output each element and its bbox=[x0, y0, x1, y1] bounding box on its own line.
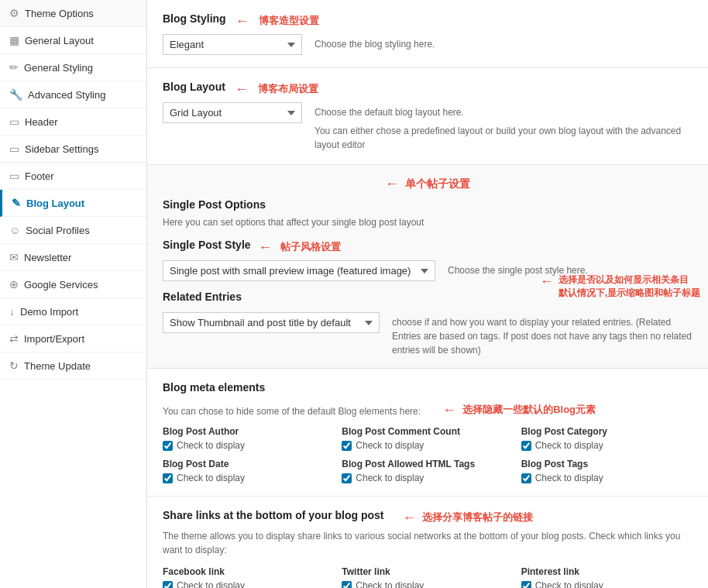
sidebar-item-google-services[interactable]: ⊕ Google Services bbox=[0, 271, 146, 298]
footer-icon: ▭ bbox=[9, 170, 19, 182]
related-entries-field: Related Entries Show Thumbnail and post … bbox=[163, 291, 693, 357]
share-title: Share links at the bottom of your blog p… bbox=[163, 509, 383, 521]
sidebar-item-general-styling[interactable]: ✏ General Styling bbox=[0, 54, 146, 81]
single-post-section-arrow: ← bbox=[385, 176, 399, 192]
meta-tags-checkbox[interactable] bbox=[521, 473, 531, 483]
share-pinterest-label: Pinterest link bbox=[521, 566, 693, 577]
share-desc: The theme allows you to display share li… bbox=[163, 529, 693, 557]
meta-tags-check-row: Check to display bbox=[521, 473, 693, 483]
google-icon: ⊕ bbox=[9, 278, 19, 291]
share-title-row: Share links at the bottom of your blog p… bbox=[163, 509, 693, 526]
related-entries-select[interactable]: Show Thumbnail and post title by default bbox=[163, 312, 380, 333]
sidebar-item-blog-layout[interactable]: ✎ Blog Layout bbox=[0, 190, 146, 217]
meta-tags-check-text: Check to display bbox=[535, 473, 603, 483]
blog-layout-field: Grid Layout Choose the default blog layo… bbox=[163, 102, 693, 152]
blog-meta-desc-row: You can chose to hide some of the defaul… bbox=[163, 401, 693, 418]
related-annotation-texts: 选择是否以及如何显示相关条目 默认情况下,显示缩略图和帖子标题 bbox=[558, 273, 700, 300]
blog-styling-select[interactable]: Elegant bbox=[163, 34, 302, 55]
header-icon: ▭ bbox=[9, 115, 19, 128]
meta-comment-check-text: Check to display bbox=[356, 440, 424, 451]
post-style-arrow: ← bbox=[259, 239, 273, 256]
meta-comment-count: Blog Post Comment Count Check to display bbox=[342, 426, 513, 451]
meta-comment-label: Blog Post Comment Count bbox=[342, 426, 513, 437]
demo-icon: ↓ bbox=[9, 305, 15, 318]
share-grid: Facebook link Check to display Twitter l… bbox=[163, 566, 693, 588]
blog-meta-grid: Blog Post Author Check to display Blog P… bbox=[163, 426, 693, 483]
sidebar-item-sidebar-settings[interactable]: ▭ Sidebar Settings bbox=[0, 136, 146, 163]
share-facebook-check-row: Check to display bbox=[163, 580, 334, 588]
share-twitter-label: Twitter link bbox=[342, 566, 513, 577]
meta-tags-label: Blog Post Tags bbox=[521, 459, 693, 469]
blog-layout-descs: Choose the default blog layout here. You… bbox=[314, 102, 693, 152]
share-pinterest-check-text: Check to display bbox=[535, 580, 603, 588]
share-twitter-check-row: Check to display bbox=[342, 580, 513, 588]
share-facebook-check-text: Check to display bbox=[177, 580, 245, 588]
sidebar-item-footer[interactable]: ▭ Footer bbox=[0, 163, 146, 190]
social-icon: ☺ bbox=[9, 224, 20, 236]
sidebar-item-theme-update[interactable]: ↻ Theme Update bbox=[0, 352, 146, 380]
blog-styling-label: Blog Styling bbox=[163, 12, 226, 25]
related-entries-desc: choose if and how you want to display yo… bbox=[392, 315, 693, 357]
blog-layout-annotation: 博客布局设置 bbox=[258, 82, 318, 96]
blog-meta-section: Blog meta elements You can chose to hide… bbox=[147, 369, 708, 497]
post-style-select[interactable]: Single post with small preview image (fe… bbox=[163, 260, 435, 281]
related-annotation-line1: 选择是否以及如何显示相关条目 bbox=[558, 273, 700, 287]
blog-styling-desc: Choose the blog styling here. bbox=[314, 37, 435, 51]
advanced-icon: 🔧 bbox=[9, 88, 22, 101]
share-pinterest-check-row: Check to display bbox=[521, 580, 693, 588]
related-annotation-box: ← 选择是否以及如何显示相关条目 默认情况下,显示缩略图和帖子标题 bbox=[540, 273, 700, 300]
share-twitter-checkbox[interactable] bbox=[342, 581, 352, 589]
sidebar-item-theme-options[interactable]: ⚙ Theme Options bbox=[0, 0, 146, 27]
meta-author: Blog Post Author Check to display bbox=[163, 426, 334, 451]
share-annotation: 选择分享博客帖子的链接 bbox=[422, 511, 533, 524]
post-style-annotation: 帖子风格设置 bbox=[280, 240, 341, 254]
blog-layout-desc1: Choose the default blog layout here. bbox=[314, 105, 693, 119]
update-icon: ↻ bbox=[9, 359, 19, 372]
blog-meta-title: Blog meta elements bbox=[163, 381, 265, 394]
blog-icon: ✎ bbox=[12, 197, 21, 209]
sidebar-item-demo-import[interactable]: ↓ Demo Import bbox=[0, 298, 146, 325]
meta-html-tags: Blog Post Allowed HTML Tags Check to dis… bbox=[342, 459, 513, 483]
blog-styling-field: Elegant Choose the blog styling here. bbox=[163, 34, 693, 55]
meta-html-check-text: Check to display bbox=[356, 473, 424, 483]
meta-html-checkbox[interactable] bbox=[342, 473, 352, 483]
blog-layout-select[interactable]: Grid Layout bbox=[163, 102, 302, 123]
single-post-options-desc: Here you can set options that affect you… bbox=[163, 215, 693, 229]
share-facebook-checkbox[interactable] bbox=[163, 581, 173, 589]
share-facebook-label: Facebook link bbox=[163, 566, 334, 577]
meta-date-checkbox[interactable] bbox=[163, 473, 173, 483]
single-post-section: ← 单个帖子设置 Single Post Options Here you ca… bbox=[147, 165, 708, 369]
meta-comment-checkbox[interactable] bbox=[342, 441, 352, 451]
newsletter-icon: ✉ bbox=[9, 251, 19, 263]
blog-layout-label: Blog Layout bbox=[163, 81, 225, 93]
blog-meta-header: Blog meta elements bbox=[163, 381, 693, 398]
meta-date-check-row: Check to display bbox=[163, 473, 334, 483]
blog-styling-section: Blog Styling ← 博客造型设置 Elegant Choose the… bbox=[147, 0, 708, 68]
sidebar-item-header[interactable]: ▭ Header bbox=[0, 108, 146, 136]
share-arrow: ← bbox=[402, 510, 416, 526]
single-post-section-annotation: 单个帖子设置 bbox=[405, 177, 470, 191]
blog-layout-desc2: You can either chose a predefined layout… bbox=[314, 124, 693, 152]
main-content: Blog Styling ← 博客造型设置 Elegant Choose the… bbox=[147, 0, 708, 588]
meta-html-check-row: Check to display bbox=[342, 473, 513, 483]
sidebar-item-social-profiles[interactable]: ☺ Social Profiles bbox=[0, 217, 146, 244]
meta-category: Blog Post Category Check to display bbox=[521, 426, 693, 451]
single-post-style-label: Single Post Style bbox=[163, 239, 251, 251]
meta-category-checkbox[interactable] bbox=[521, 441, 531, 451]
sidebar-item-advanced-styling[interactable]: 🔧 Advanced Styling bbox=[0, 81, 146, 108]
sidebar-item-newsletter[interactable]: ✉ Newsletter bbox=[0, 244, 146, 271]
related-entries-row: Show Thumbnail and post title by default… bbox=[163, 312, 693, 357]
meta-date-check-text: Check to display bbox=[177, 473, 245, 483]
meta-html-label: Blog Post Allowed HTML Tags bbox=[342, 459, 513, 469]
blog-meta-annotation: 选择隐藏一些默认的Blog元素 bbox=[462, 403, 596, 417]
sidebar-item-general-layout[interactable]: ▦ General Layout bbox=[0, 27, 146, 54]
meta-category-check-text: Check to display bbox=[535, 440, 603, 451]
share-pinterest-checkbox[interactable] bbox=[521, 581, 531, 589]
share-links-section: Share links at the bottom of your blog p… bbox=[147, 497, 708, 588]
sidebar-item-import-export[interactable]: ⇄ Import/Export bbox=[0, 325, 146, 352]
meta-author-checkbox[interactable] bbox=[163, 441, 173, 451]
share-facebook: Facebook link Check to display bbox=[163, 566, 334, 588]
single-post-options-title: Single Post Options bbox=[163, 198, 693, 211]
share-twitter-check-text: Check to display bbox=[356, 580, 424, 588]
meta-author-check-text: Check to display bbox=[177, 440, 245, 451]
